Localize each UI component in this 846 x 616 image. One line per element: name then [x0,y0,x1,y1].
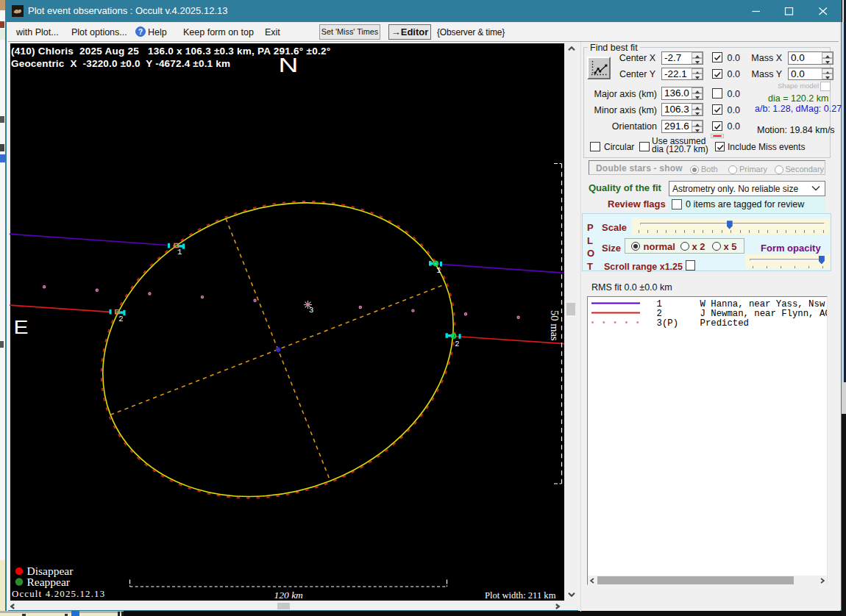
svg-text:N: N [279,53,299,76]
svg-text:1 W Hanna, near Yass, Ns: 1 W Hanna, near Yass, Nsw [657,299,825,309]
svg-text:3(P) Predicted: 3(P) Predicted [657,318,749,329]
svg-text:E: E [14,317,29,337]
svg-text:2 J Newman, near Flynn,: 2 J Newman, near Flynn, ACT [657,309,828,319]
svg-text:1: 1 [177,248,182,257]
svg-text:Occult 4.2025.12.13: Occult 4.2025.12.13 [12,589,105,599]
svg-text:2: 2 [455,340,459,348]
svg-text:120 km: 120 km [274,590,304,601]
svg-text:Geocentric X -3220.0 ±0.0 Y: Geocentric X -3220.0 ±0.0 Y -4672.4 ±0.1… [11,58,230,69]
svg-text:Reappear: Reappear [27,576,71,588]
svg-text:1: 1 [436,266,441,275]
svg-text:?: ? [138,28,143,36]
svg-text:3: 3 [309,306,313,315]
svg-text:2: 2 [118,315,123,323]
svg-text:Plot width: 211 km: Plot width: 211 km [485,590,556,601]
svg-text:50 mas: 50 mas [549,310,561,341]
